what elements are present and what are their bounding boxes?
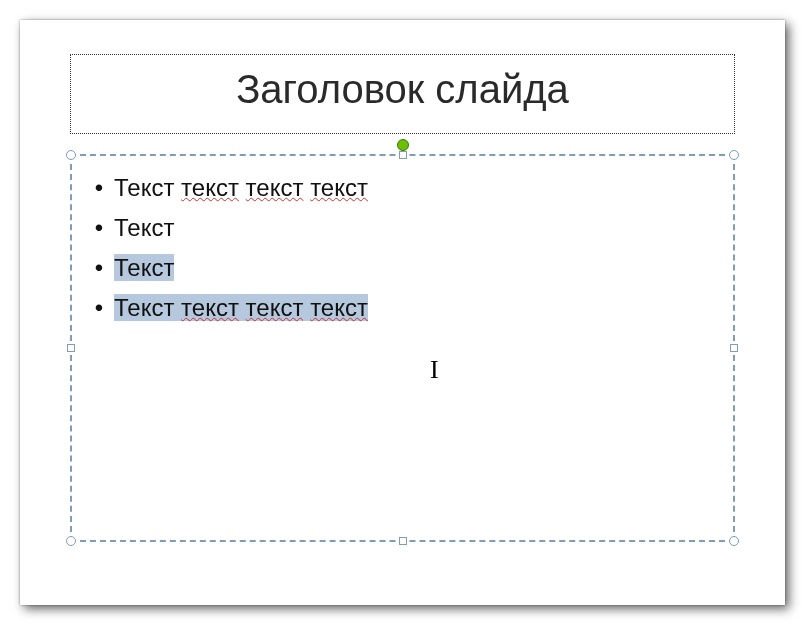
text-segment[interactable] [239, 174, 246, 201]
bullet-icon: • [84, 208, 114, 248]
text-segment[interactable]: текст [246, 294, 304, 321]
bullet-text[interactable]: Текст [114, 248, 174, 288]
resize-handle-b[interactable] [399, 537, 407, 545]
resize-handle-br[interactable] [729, 536, 739, 546]
bullet-line-1[interactable]: •Текст текст текст текст [84, 168, 368, 208]
resize-handle-l[interactable] [67, 344, 75, 352]
content-placeholder[interactable]: •Текст текст текст текст•Текст•Текст•Тек… [70, 154, 735, 542]
text-segment[interactable]: Текст [114, 254, 174, 281]
bullet-line-4[interactable]: •Текст текст текст текст [84, 288, 368, 328]
title-placeholder[interactable]: Заголовок слайда [70, 54, 735, 134]
resize-handle-bl[interactable] [66, 536, 76, 546]
bullet-icon: • [84, 288, 114, 328]
text-segment[interactable] [239, 294, 246, 321]
text-segment[interactable]: текст [181, 174, 239, 201]
text-segment[interactable]: Текст [114, 294, 181, 321]
text-segment[interactable]: текст [310, 174, 368, 201]
resize-handle-tl[interactable] [66, 150, 76, 160]
text-segment[interactable]: текст [246, 174, 304, 201]
bullet-text[interactable]: Текст [114, 208, 174, 248]
text-segment[interactable]: текст [181, 294, 239, 321]
bullet-icon: • [84, 248, 114, 288]
bullet-text[interactable]: Текст текст текст текст [114, 168, 368, 208]
bullet-icon: • [84, 168, 114, 208]
text-segment[interactable]: текст [310, 294, 368, 321]
bullet-text-area[interactable]: •Текст текст текст текст•Текст•Текст•Тек… [84, 168, 368, 328]
bullet-line-3[interactable]: •Текст [84, 248, 368, 288]
text-cursor-icon: I [430, 355, 439, 385]
rotation-handle-icon[interactable] [397, 139, 409, 151]
resize-handle-tr[interactable] [729, 150, 739, 160]
resize-handle-t[interactable] [399, 151, 407, 159]
text-segment[interactable]: Текст [114, 214, 174, 241]
slide: Заголовок слайда •Текст текст текст текс… [20, 20, 785, 605]
bullet-line-2[interactable]: •Текст [84, 208, 368, 248]
slide-title[interactable]: Заголовок слайда [71, 67, 734, 112]
resize-handle-r[interactable] [730, 344, 738, 352]
text-segment[interactable]: Текст [114, 174, 181, 201]
bullet-text[interactable]: Текст текст текст текст [114, 288, 368, 328]
